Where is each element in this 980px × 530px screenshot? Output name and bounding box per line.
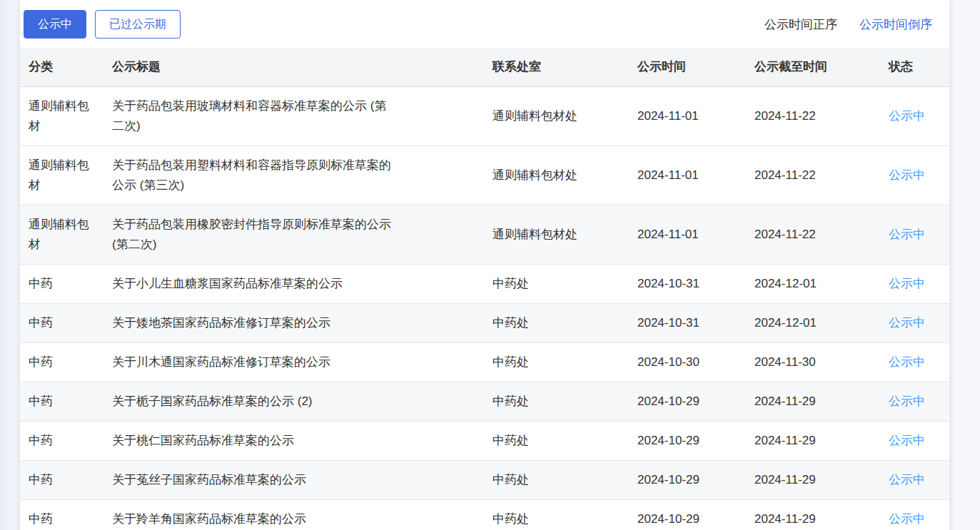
office-cell: 通则辅料包材处 <box>484 86 629 146</box>
table-header: 分类 公示标题 联系处室 公示时间 公示截至时间 状态 <box>20 48 949 86</box>
start-date-cell: 2024-10-29 <box>629 461 746 500</box>
category-cell: 中药 <box>20 500 103 530</box>
announcement-table: 分类 公示标题 联系处室 公示时间 公示截至时间 状态 通则辅料包材 关于药品包… <box>20 48 949 530</box>
announcement-title[interactable]: 关于桃仁国家药品标准草案的公示 <box>112 431 294 451</box>
office-cell: 中药处 <box>484 342 629 382</box>
announcement-title[interactable]: 关于药品包装用玻璃材料和容器标准草案的公示 (第二次) <box>112 96 396 136</box>
title-cell: 关于小儿生血糖浆国家药品标准草案的公示 <box>103 264 484 303</box>
filter-toolbar: 公示中 已过公示期 公示时间正序 公示时间倒序 <box>20 0 949 48</box>
start-date-cell: 2024-10-31 <box>629 303 746 342</box>
header-status: 状态 <box>880 48 949 86</box>
table-row[interactable]: 通则辅料包材 关于药品包装用塑料材料和容器指导原则标准草案的公示 (第三次) 通… <box>20 146 949 205</box>
status-link[interactable]: 公示中 <box>889 109 925 123</box>
category-cell: 中药 <box>20 421 103 460</box>
category-cell: 通则辅料包材 <box>20 86 103 146</box>
start-date-cell: 2024-10-29 <box>629 500 746 530</box>
table-body: 通则辅料包材 关于药品包装用玻璃材料和容器标准草案的公示 (第二次) 通则辅料包… <box>20 86 949 530</box>
start-date-cell: 2024-10-29 <box>629 421 746 460</box>
title-cell: 关于药品包装用橡胶密封件指导原则标准草案的公示 (第二次) <box>103 205 484 264</box>
category-cell: 通则辅料包材 <box>20 146 103 205</box>
category-cell: 中药 <box>20 342 103 382</box>
title-cell: 关于桃仁国家药品标准草案的公示 <box>103 421 484 460</box>
status-cell: 公示中 <box>880 421 949 460</box>
status-link[interactable]: 公示中 <box>889 473 925 486</box>
status-link[interactable]: 公示中 <box>889 394 925 408</box>
status-cell: 公示中 <box>880 86 949 146</box>
office-cell: 中药处 <box>484 264 629 303</box>
title-cell: 关于羚羊角国家药品标准草案的公示 <box>103 500 484 530</box>
title-cell: 关于川木通国家药品标准修订草案的公示 <box>103 342 484 382</box>
filter-expired-button[interactable]: 已过公示期 <box>95 10 181 39</box>
office-cell: 中药处 <box>484 382 629 421</box>
table-row[interactable]: 通则辅料包材 关于药品包装用玻璃材料和容器标准草案的公示 (第二次) 通则辅料包… <box>20 86 949 146</box>
content-card: 公示中 已过公示期 公示时间正序 公示时间倒序 分类 公示标题 联系处室 公示时… <box>20 0 949 530</box>
table-row[interactable]: 中药 关于桃仁国家药品标准草案的公示 中药处 2024-10-29 2024-1… <box>20 421 949 460</box>
end-date-cell: 2024-12-01 <box>746 303 880 342</box>
end-date-cell: 2024-11-29 <box>746 461 880 500</box>
title-cell: 关于栀子国家药品标准草案的公示 (2) <box>103 382 484 421</box>
office-cell: 中药处 <box>484 421 629 460</box>
office-cell: 中药处 <box>484 500 629 530</box>
table-row[interactable]: 中药 关于栀子国家药品标准草案的公示 (2) 中药处 2024-10-29 20… <box>20 382 949 421</box>
header-start: 公示时间 <box>629 48 746 86</box>
table-row[interactable]: 中药 关于矮地茶国家药品标准修订草案的公示 中药处 2024-10-31 202… <box>20 303 949 342</box>
status-cell: 公示中 <box>880 264 949 303</box>
start-date-cell: 2024-10-30 <box>629 342 746 382</box>
status-link[interactable]: 公示中 <box>889 228 925 241</box>
table-row[interactable]: 中药 关于小儿生血糖浆国家药品标准草案的公示 中药处 2024-10-31 20… <box>20 264 949 303</box>
start-date-cell: 2024-11-01 <box>629 205 746 264</box>
sort-time-desc-link[interactable]: 公示时间倒序 <box>859 16 932 33</box>
status-link[interactable]: 公示中 <box>889 512 925 526</box>
page-background: 公示中 已过公示期 公示时间正序 公示时间倒序 分类 公示标题 联系处室 公示时… <box>0 0 980 530</box>
announcement-title[interactable]: 关于药品包装用橡胶密封件指导原则标准草案的公示 (第二次) <box>112 215 396 255</box>
table-row[interactable]: 中药 关于菟丝子国家药品标准草案的公示 中药处 2024-10-29 2024-… <box>20 461 949 500</box>
end-date-cell: 2024-11-22 <box>746 205 880 264</box>
end-date-cell: 2024-12-01 <box>746 264 880 303</box>
header-office: 联系处室 <box>484 48 629 86</box>
announcement-title[interactable]: 关于羚羊角国家药品标准草案的公示 <box>112 509 306 529</box>
header-end: 公示截至时间 <box>746 48 880 86</box>
start-date-cell: 2024-10-29 <box>629 382 746 421</box>
header-title: 公示标题 <box>103 48 484 86</box>
table-row[interactable]: 通则辅料包材 关于药品包装用橡胶密封件指导原则标准草案的公示 (第二次) 通则辅… <box>20 205 949 264</box>
status-cell: 公示中 <box>880 205 949 264</box>
announcement-title[interactable]: 关于小儿生血糖浆国家药品标准草案的公示 <box>112 274 343 294</box>
status-link[interactable]: 公示中 <box>889 316 925 330</box>
announcement-title[interactable]: 关于川木通国家药品标准修订草案的公示 <box>112 352 330 372</box>
title-cell: 关于矮地茶国家药品标准修订草案的公示 <box>103 303 484 342</box>
table-header-row: 分类 公示标题 联系处室 公示时间 公示截至时间 状态 <box>20 48 949 86</box>
office-cell: 通则辅料包材处 <box>484 146 629 205</box>
table-row[interactable]: 中药 关于川木通国家药品标准修订草案的公示 中药处 2024-10-30 202… <box>20 342 949 382</box>
title-cell: 关于药品包装用玻璃材料和容器标准草案的公示 (第二次) <box>103 86 484 146</box>
end-date-cell: 2024-11-29 <box>746 382 880 421</box>
status-cell: 公示中 <box>880 342 949 382</box>
end-date-cell: 2024-11-22 <box>746 146 880 205</box>
status-cell: 公示中 <box>880 146 949 205</box>
start-date-cell: 2024-10-31 <box>629 264 746 303</box>
end-date-cell: 2024-11-30 <box>746 342 880 382</box>
title-cell: 关于菟丝子国家药品标准草案的公示 <box>103 461 484 500</box>
status-cell: 公示中 <box>880 461 949 500</box>
status-cell: 公示中 <box>880 382 949 421</box>
status-link[interactable]: 公示中 <box>889 277 925 290</box>
category-cell: 中药 <box>20 461 103 500</box>
announcement-title[interactable]: 关于栀子国家药品标准草案的公示 (2) <box>112 392 313 412</box>
status-link[interactable]: 公示中 <box>889 434 925 447</box>
office-cell: 中药处 <box>484 303 629 342</box>
category-cell: 中药 <box>20 264 103 303</box>
announcement-title[interactable]: 关于菟丝子国家药品标准草案的公示 <box>112 470 306 490</box>
header-category: 分类 <box>20 48 103 86</box>
sort-time-asc-link[interactable]: 公示时间正序 <box>764 16 837 33</box>
category-cell: 中药 <box>20 303 103 342</box>
end-date-cell: 2024-11-29 <box>746 421 880 460</box>
announcement-title[interactable]: 关于药品包装用塑料材料和容器指导原则标准草案的公示 (第三次) <box>112 156 396 195</box>
office-cell: 通则辅料包材处 <box>484 205 629 264</box>
announcement-title[interactable]: 关于矮地茶国家药品标准修订草案的公示 <box>112 313 330 333</box>
status-link[interactable]: 公示中 <box>889 168 925 182</box>
table-row[interactable]: 中药 关于羚羊角国家药品标准草案的公示 中药处 2024-10-29 2024-… <box>20 500 949 530</box>
status-cell: 公示中 <box>880 500 949 530</box>
category-cell: 通则辅料包材 <box>20 205 103 264</box>
office-cell: 中药处 <box>484 461 629 500</box>
status-link[interactable]: 公示中 <box>889 355 925 369</box>
filter-active-button[interactable]: 公示中 <box>24 10 86 39</box>
